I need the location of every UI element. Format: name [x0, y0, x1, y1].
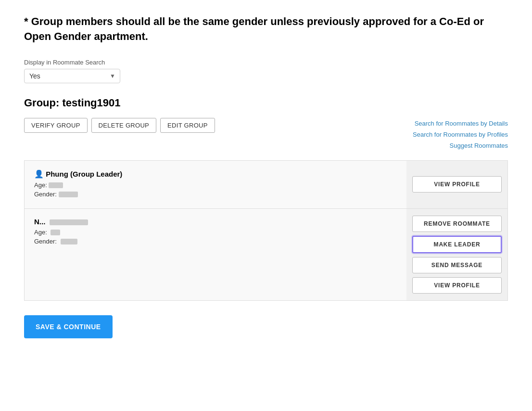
member-info-leader: 👤 Phung (Group Leader) Age: Gender:: [25, 161, 406, 208]
send-message-button[interactable]: SEND MESSAGE: [412, 257, 502, 273]
edit-group-button[interactable]: EDIT GROUP: [160, 118, 215, 133]
member-card-leader: 👤 Phung (Group Leader) Age: Gender: VIEW…: [25, 161, 507, 209]
group-buttons: VERIFY GROUP DELETE GROUP EDIT GROUP: [24, 118, 215, 133]
make-leader-button[interactable]: MAKE LEADER: [412, 236, 502, 253]
member-name-roommate: N...: [34, 218, 397, 226]
member-age-leader: Age:: [34, 181, 397, 189]
search-by-details-link[interactable]: Search for Roommates by Details: [413, 118, 508, 129]
age-redacted-roommate: [51, 230, 60, 235]
display-field-label: Display in Roommate Search: [24, 59, 508, 66]
search-links: Search for Roommates by Details Search f…: [413, 118, 508, 152]
members-container: 👤 Phung (Group Leader) Age: Gender: VIEW…: [24, 160, 508, 301]
gender-redacted-leader: [59, 192, 78, 197]
display-field-section: Display in Roommate Search Yes No ▼: [24, 59, 508, 83]
remove-roommate-button[interactable]: REMOVE ROOMMATE: [412, 216, 502, 232]
member-name-text-roommate: N...: [34, 218, 45, 226]
age-redacted-leader: [49, 182, 63, 188]
view-profile-button-leader[interactable]: VIEW PROFILE: [412, 176, 502, 193]
save-continue-button[interactable]: SAVE & CONTINUE: [24, 315, 113, 338]
delete-group-button[interactable]: DELETE GROUP: [91, 118, 156, 133]
member-card-roommate: N... Age: Gender: REMOVE ROOMMATE MAKE L…: [25, 209, 507, 300]
display-select[interactable]: Yes No: [24, 69, 120, 83]
name-redacted-roommate: [50, 219, 88, 225]
member-gender-leader: Gender:: [34, 191, 397, 198]
search-by-profiles-link[interactable]: Search for Roommates by Profiles: [413, 129, 508, 140]
gender-redacted-roommate: [61, 239, 77, 244]
member-gender-roommate: Gender:: [34, 238, 397, 245]
member-name-leader: 👤 Phung (Group Leader): [34, 169, 397, 179]
group-title: Group: testing1901: [24, 97, 508, 109]
member-actions-leader: VIEW PROFILE: [406, 161, 507, 208]
display-select-wrapper[interactable]: Yes No ▼: [24, 69, 120, 83]
notice-text: * Group members should all be the same g…: [24, 14, 508, 44]
member-age-roommate: Age:: [34, 229, 397, 236]
view-profile-button-roommate[interactable]: VIEW PROFILE: [412, 277, 502, 294]
member-actions-roommate: REMOVE ROOMMATE MAKE LEADER SEND MESSAGE…: [406, 209, 507, 300]
group-actions: VERIFY GROUP DELETE GROUP EDIT GROUP Sea…: [24, 118, 508, 152]
suggest-roommates-link[interactable]: Suggest Roommates: [413, 140, 508, 151]
avatar-icon: 👤: [34, 170, 44, 178]
page-container: * Group members should all be the same g…: [0, 0, 532, 411]
member-info-roommate: N... Age: Gender:: [25, 209, 406, 300]
verify-group-button[interactable]: VERIFY GROUP: [24, 118, 88, 133]
